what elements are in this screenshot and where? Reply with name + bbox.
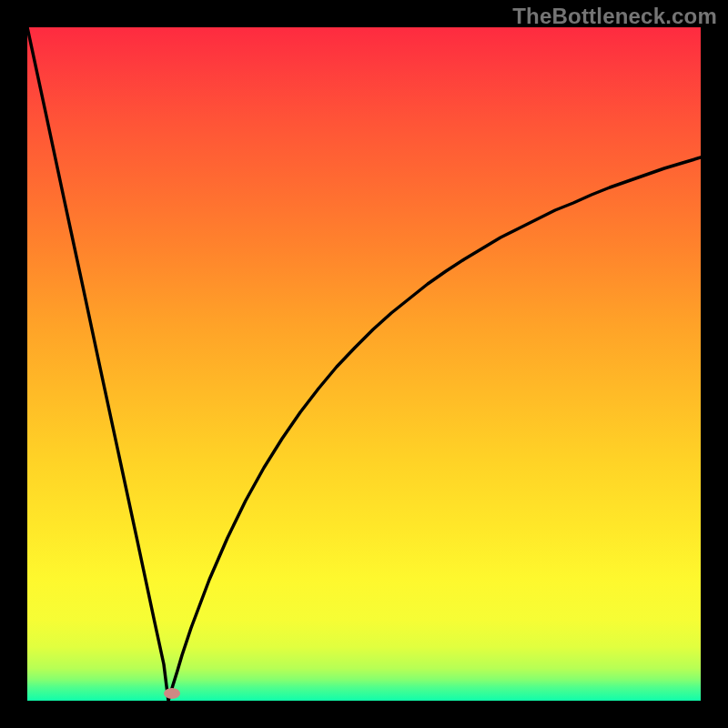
chart-frame: TheBottleneck.com xyxy=(0,0,728,728)
plot-area xyxy=(27,27,701,701)
attribution-text: TheBottleneck.com xyxy=(512,4,717,29)
valley-dot xyxy=(164,688,180,699)
background-gradient xyxy=(27,27,701,701)
